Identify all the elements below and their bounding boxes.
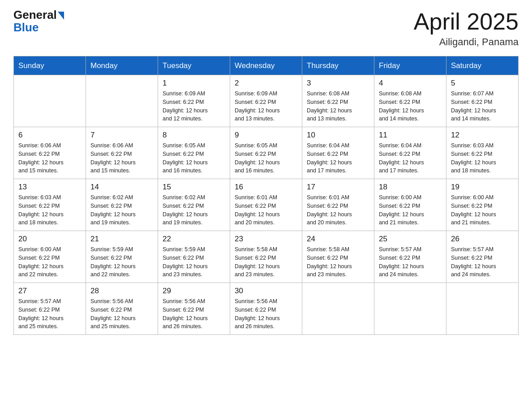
day-number: 6: [18, 131, 81, 140]
day-info: Sunrise: 6:05 AM Sunset: 6:22 PM Dayligh…: [163, 141, 225, 175]
day-info: Sunrise: 6:04 AM Sunset: 6:22 PM Dayligh…: [307, 141, 369, 175]
calendar-cell: 23Sunrise: 5:58 AM Sunset: 6:22 PM Dayli…: [230, 231, 302, 283]
calendar-cell: 25Sunrise: 5:57 AM Sunset: 6:22 PM Dayli…: [374, 231, 446, 283]
day-info: Sunrise: 5:58 AM Sunset: 6:22 PM Dayligh…: [235, 245, 297, 279]
calendar-cell: 21Sunrise: 5:59 AM Sunset: 6:22 PM Dayli…: [86, 231, 158, 283]
day-info: Sunrise: 6:01 AM Sunset: 6:22 PM Dayligh…: [235, 193, 297, 227]
day-info: Sunrise: 6:02 AM Sunset: 6:22 PM Dayligh…: [90, 193, 153, 227]
day-number: 4: [379, 79, 442, 88]
calendar-cell: [374, 283, 446, 335]
day-info: Sunrise: 6:06 AM Sunset: 6:22 PM Dayligh…: [90, 141, 153, 175]
day-info: Sunrise: 5:56 AM Sunset: 6:22 PM Dayligh…: [90, 297, 153, 331]
month-year-title: April 2025: [414, 9, 519, 34]
calendar-cell: 20Sunrise: 6:00 AM Sunset: 6:22 PM Dayli…: [14, 231, 86, 283]
day-info: Sunrise: 6:07 AM Sunset: 6:22 PM Dayligh…: [451, 90, 514, 123]
day-number: 13: [18, 183, 81, 192]
calendar-cell: 6Sunrise: 6:06 AM Sunset: 6:22 PM Daylig…: [14, 127, 86, 179]
calendar-cell: 7Sunrise: 6:06 AM Sunset: 6:22 PM Daylig…: [86, 127, 158, 179]
day-number: 26: [451, 235, 514, 244]
calendar-cell: 16Sunrise: 6:01 AM Sunset: 6:22 PM Dayli…: [230, 179, 302, 231]
day-number: 7: [90, 131, 153, 140]
calendar-cell: 29Sunrise: 5:56 AM Sunset: 6:22 PM Dayli…: [158, 283, 230, 335]
calendar-cell: 3Sunrise: 6:08 AM Sunset: 6:22 PM Daylig…: [302, 75, 374, 127]
calendar-cell: 1Sunrise: 6:09 AM Sunset: 6:22 PM Daylig…: [158, 75, 230, 127]
day-info: Sunrise: 5:59 AM Sunset: 6:22 PM Dayligh…: [163, 245, 225, 279]
calendar-col-monday: Monday: [86, 56, 158, 75]
day-number: 16: [235, 183, 297, 192]
calendar-cell: 28Sunrise: 5:56 AM Sunset: 6:22 PM Dayli…: [86, 283, 158, 335]
calendar-col-saturday: Saturday: [446, 56, 519, 75]
calendar-week-row: 20Sunrise: 6:00 AM Sunset: 6:22 PM Dayli…: [14, 231, 519, 283]
day-number: 2: [235, 79, 297, 88]
calendar-col-wednesday: Wednesday: [230, 56, 302, 75]
day-number: 30: [235, 287, 297, 295]
day-number: 10: [307, 131, 369, 140]
day-info: Sunrise: 5:56 AM Sunset: 6:22 PM Dayligh…: [163, 297, 225, 331]
day-info: Sunrise: 5:57 AM Sunset: 6:22 PM Dayligh…: [451, 245, 514, 279]
day-info: Sunrise: 6:08 AM Sunset: 6:22 PM Dayligh…: [307, 90, 369, 123]
day-info: Sunrise: 6:00 AM Sunset: 6:22 PM Dayligh…: [379, 193, 442, 227]
day-info: Sunrise: 6:00 AM Sunset: 6:22 PM Dayligh…: [451, 193, 514, 227]
calendar-cell: 30Sunrise: 5:56 AM Sunset: 6:22 PM Dayli…: [230, 283, 302, 335]
calendar-col-tuesday: Tuesday: [158, 56, 230, 75]
calendar-cell: 12Sunrise: 6:03 AM Sunset: 6:22 PM Dayli…: [446, 127, 519, 179]
day-number: 23: [235, 235, 297, 244]
day-number: 5: [451, 79, 514, 88]
calendar-week-row: 1Sunrise: 6:09 AM Sunset: 6:22 PM Daylig…: [14, 75, 519, 127]
day-info: Sunrise: 5:57 AM Sunset: 6:22 PM Dayligh…: [18, 297, 81, 331]
day-number: 18: [379, 183, 442, 192]
day-number: 21: [90, 235, 153, 244]
day-info: Sunrise: 6:05 AM Sunset: 6:22 PM Dayligh…: [235, 141, 297, 175]
day-number: 27: [18, 287, 81, 295]
day-info: Sunrise: 6:08 AM Sunset: 6:22 PM Dayligh…: [379, 90, 442, 123]
day-info: Sunrise: 6:09 AM Sunset: 6:22 PM Dayligh…: [235, 90, 297, 123]
calendar-cell: 9Sunrise: 6:05 AM Sunset: 6:22 PM Daylig…: [230, 127, 302, 179]
day-number: 15: [163, 183, 225, 192]
day-number: 24: [307, 235, 369, 244]
day-number: 11: [379, 131, 442, 140]
page-header: General Blue April 2025 Ailigandi, Panam…: [13, 9, 519, 48]
day-info: Sunrise: 5:57 AM Sunset: 6:22 PM Dayligh…: [379, 245, 442, 279]
day-info: Sunrise: 6:02 AM Sunset: 6:22 PM Dayligh…: [163, 193, 225, 227]
calendar-cell: 14Sunrise: 6:02 AM Sunset: 6:22 PM Dayli…: [86, 179, 158, 231]
calendar-table: SundayMondayTuesdayWednesdayThursdayFrid…: [13, 56, 519, 335]
calendar-cell: 17Sunrise: 6:01 AM Sunset: 6:22 PM Dayli…: [302, 179, 374, 231]
day-number: 12: [451, 131, 514, 140]
calendar-week-row: 13Sunrise: 6:03 AM Sunset: 6:22 PM Dayli…: [14, 179, 519, 231]
calendar-cell: [14, 75, 86, 127]
day-number: 9: [235, 131, 297, 140]
day-info: Sunrise: 5:59 AM Sunset: 6:22 PM Dayligh…: [90, 245, 153, 279]
logo-blue-text: Blue: [13, 21, 64, 34]
logo-general-text: General: [13, 9, 57, 21]
day-number: 29: [163, 287, 225, 295]
calendar-cell: 26Sunrise: 5:57 AM Sunset: 6:22 PM Dayli…: [446, 231, 519, 283]
calendar-week-row: 27Sunrise: 5:57 AM Sunset: 6:22 PM Dayli…: [14, 283, 519, 335]
calendar-cell: 24Sunrise: 5:58 AM Sunset: 6:22 PM Dayli…: [302, 231, 374, 283]
calendar-cell: 2Sunrise: 6:09 AM Sunset: 6:22 PM Daylig…: [230, 75, 302, 127]
day-info: Sunrise: 5:58 AM Sunset: 6:22 PM Dayligh…: [307, 245, 369, 279]
day-info: Sunrise: 6:03 AM Sunset: 6:22 PM Dayligh…: [18, 193, 81, 227]
day-number: 25: [379, 235, 442, 244]
day-info: Sunrise: 6:04 AM Sunset: 6:22 PM Dayligh…: [379, 141, 442, 175]
calendar-cell: 19Sunrise: 6:00 AM Sunset: 6:22 PM Dayli…: [446, 179, 519, 231]
day-number: 14: [90, 183, 153, 192]
day-number: 22: [163, 235, 225, 244]
calendar-col-thursday: Thursday: [302, 56, 374, 75]
calendar-col-friday: Friday: [374, 56, 446, 75]
day-info: Sunrise: 6:06 AM Sunset: 6:22 PM Dayligh…: [18, 141, 81, 175]
calendar-cell: 4Sunrise: 6:08 AM Sunset: 6:22 PM Daylig…: [374, 75, 446, 127]
day-number: 17: [307, 183, 369, 192]
day-number: 1: [163, 79, 225, 88]
title-block: April 2025 Ailigandi, Panama: [414, 9, 519, 48]
calendar-col-sunday: Sunday: [14, 56, 86, 75]
calendar-cell: 11Sunrise: 6:04 AM Sunset: 6:22 PM Dayli…: [374, 127, 446, 179]
calendar-cell: 27Sunrise: 5:57 AM Sunset: 6:22 PM Dayli…: [14, 283, 86, 335]
day-number: 28: [90, 287, 153, 295]
day-info: Sunrise: 6:01 AM Sunset: 6:22 PM Dayligh…: [307, 193, 369, 227]
calendar-week-row: 6Sunrise: 6:06 AM Sunset: 6:22 PM Daylig…: [14, 127, 519, 179]
calendar-cell: 22Sunrise: 5:59 AM Sunset: 6:22 PM Dayli…: [158, 231, 230, 283]
logo-triangle-icon: [58, 12, 64, 20]
day-number: 19: [451, 183, 514, 192]
calendar-cell: 8Sunrise: 6:05 AM Sunset: 6:22 PM Daylig…: [158, 127, 230, 179]
logo: General Blue: [13, 9, 64, 34]
